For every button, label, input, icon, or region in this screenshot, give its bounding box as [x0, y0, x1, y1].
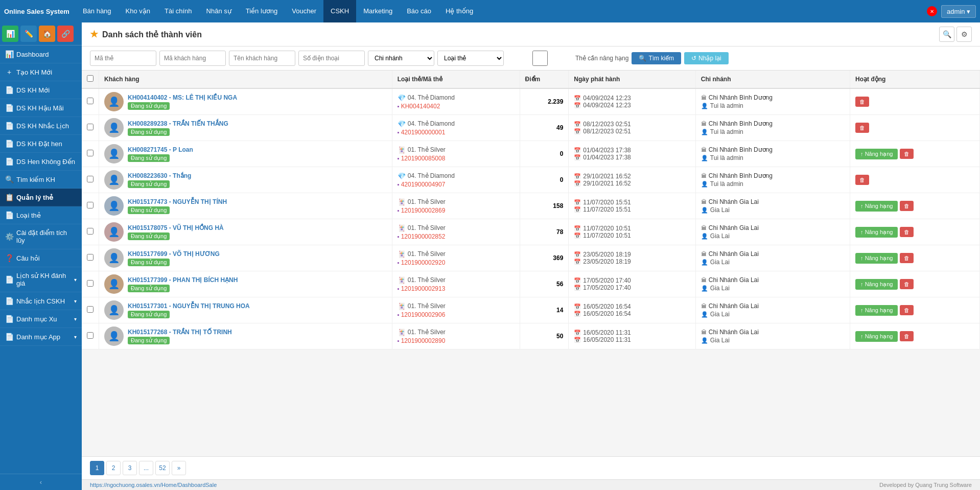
nav-item-nhân-sự[interactable]: Nhân sự — [199, 0, 239, 22]
ma-the-input[interactable] — [90, 51, 156, 66]
nav-item-cskh[interactable]: CSKH — [323, 0, 356, 22]
row-checkbox-cell[interactable] — [82, 323, 99, 349]
sidebar-item-quản-lý-thẻ[interactable]: 📋 Quản lý thẻ — [0, 189, 82, 206]
nav-item-tài-chính[interactable]: Tài chính — [157, 0, 199, 22]
sidebar-item-tìm-kiếm-kh[interactable]: 🔍 Tìm kiếm KH — [0, 171, 82, 189]
upgrade-button[interactable]: ↑ Nâng hạng — [855, 149, 898, 159]
row-checkbox-cell[interactable] — [82, 297, 99, 323]
customer-link[interactable]: KH015177399 - PHAN THỊ BÍCH HẠNH — [128, 276, 238, 284]
sidebar-item-loại-thẻ[interactable]: 📄 Loại thẻ — [0, 206, 82, 224]
sidebar-icon-btn[interactable]: 📊 — [2, 26, 18, 42]
page-button-1[interactable]: 1 — [90, 461, 104, 475]
loai-the-select[interactable]: Loại thẻ — [437, 51, 504, 66]
sidebar-item-danh-mục-app[interactable]: 📄 Danh mục App ▾ — [0, 328, 82, 346]
sidebar-item-tạo-kh-mới[interactable]: + Tạo KH Mới — [0, 63, 82, 81]
select-all-checkbox[interactable] — [87, 75, 94, 82]
sidebar-item-ds-hen-không-đến[interactable]: 📄 DS Hen Không Đến — [0, 153, 82, 171]
delete-button[interactable]: 🗑 — [900, 149, 914, 159]
delete-button[interactable]: 🗑 — [900, 253, 914, 263]
delete-button[interactable]: 🗑 — [855, 175, 869, 185]
row-checkbox[interactable] — [87, 332, 94, 339]
search-button[interactable]: 🔍 Tìm kiếm — [632, 52, 681, 64]
row-checkbox-cell[interactable] — [82, 245, 99, 271]
nang-hang-checkbox[interactable] — [507, 51, 573, 66]
sdt-input[interactable] — [298, 51, 365, 66]
row-checkbox-cell[interactable] — [82, 88, 99, 115]
chi-nhanh-select[interactable]: Chi nhánh — [368, 51, 434, 66]
customer-link[interactable]: KH008223630 - Thắng — [128, 172, 191, 179]
page-button-52[interactable]: 52 — [155, 461, 170, 475]
row-checkbox[interactable] — [87, 306, 94, 313]
delete-button[interactable]: 🗑 — [900, 305, 914, 315]
page-button-2[interactable]: 2 — [106, 461, 121, 475]
customer-link[interactable]: KH015177268 - TRẦN THỊ TỐ TRINH — [128, 329, 232, 336]
row-checkbox[interactable] — [87, 150, 94, 156]
upgrade-button[interactable]: ↑ Nâng hạng — [855, 331, 898, 342]
upgrade-button[interactable]: ↑ Nâng hạng — [855, 253, 898, 264]
page-button-3[interactable]: 3 — [123, 461, 137, 475]
admin-name: Gia Lai — [710, 259, 730, 266]
row-checkbox-cell[interactable] — [82, 219, 99, 245]
ma-kh-input[interactable] — [159, 51, 226, 66]
sidebar-collapse-btn[interactable]: ‹ — [0, 474, 82, 490]
nav-item-báo-cáo[interactable]: Báo cáo — [400, 0, 438, 22]
customer-link[interactable]: KH015177473 - NGUYỄN THỊ TÍNH — [128, 198, 227, 205]
sidebar-item-câu-hỏi[interactable]: ❓ Câu hỏi — [0, 249, 82, 267]
customer-link[interactable]: KH004140402 - MS: LÊ THỊ KIỀU NGA — [128, 94, 237, 101]
row-checkbox-cell[interactable] — [82, 167, 99, 193]
notification-icon[interactable]: ✕ — [927, 6, 937, 16]
row-checkbox-cell[interactable] — [82, 193, 99, 219]
nav-item-hệ-thống[interactable]: Hệ thống — [438, 0, 480, 22]
row-checkbox[interactable] — [87, 124, 94, 130]
settings-header-button[interactable]: ⚙ — [956, 27, 972, 42]
sidebar-icon-btn[interactable]: 🏠 — [39, 26, 55, 42]
sidebar-icon-btn[interactable]: 🔗 — [57, 26, 74, 42]
delete-button[interactable]: 🗑 — [900, 279, 914, 289]
sidebar-item-lịch-sử-kh-đánh-giá[interactable]: 📄 Lịch sử KH đánh giá ▾ — [0, 267, 82, 292]
customer-link[interactable]: KH008271745 - P Loan — [128, 146, 193, 153]
row-checkbox[interactable] — [87, 202, 94, 208]
search-header-button[interactable]: 🔍 — [939, 27, 954, 42]
row-checkbox[interactable] — [87, 228, 94, 235]
customer-link[interactable]: KH008289238 - TRẦN TIẾN THẮNG — [128, 120, 228, 127]
sidebar-item-ds-kh-mới[interactable]: 📄 DS KH Mới — [0, 81, 82, 99]
upgrade-button[interactable]: ↑ Nâng hạng — [855, 305, 898, 316]
row-checkbox[interactable] — [87, 280, 94, 287]
customer-link[interactable]: KH015178075 - VŨ THỊ HỒNG HÀ — [128, 224, 224, 231]
sidebar-item-ds-kh-đặt-hen[interactable]: 📄 DS KH Đặt hen — [0, 135, 82, 153]
delete-button[interactable]: 🗑 — [855, 97, 869, 107]
row-checkbox-cell[interactable] — [82, 115, 99, 141]
nav-item-marketing[interactable]: Marketing — [356, 0, 400, 22]
row-checkbox-cell[interactable] — [82, 271, 99, 297]
nav-item-voucher[interactable]: Voucher — [285, 0, 323, 22]
row-checkbox[interactable] — [87, 176, 94, 182]
sidebar-item-danh-mục-xu[interactable]: 📄 Danh mục Xu ▾ — [0, 310, 82, 328]
delete-button[interactable]: 🗑 — [900, 201, 914, 211]
upgrade-button[interactable]: ↑ Nâng hạng — [855, 279, 898, 290]
sidebar-item-dashboard[interactable]: 📊 Dashboard — [0, 45, 82, 63]
ten-kh-input[interactable] — [229, 51, 295, 66]
row-checkbox[interactable] — [87, 98, 94, 104]
delete-button[interactable]: 🗑 — [900, 227, 914, 237]
upgrade-button[interactable]: ↑ Nâng hạng — [855, 227, 898, 238]
row-checkbox[interactable] — [87, 254, 94, 261]
sidebar-item-ds-kh-nhắc-lịch[interactable]: 📄 DS KH Nhắc Lịch — [0, 117, 82, 135]
nav-item-kho-vận[interactable]: Kho vận — [119, 0, 157, 22]
delete-button[interactable]: 🗑 — [900, 331, 914, 341]
pagination-next-button[interactable]: » — [172, 461, 186, 475]
sidebar-icon-btn[interactable]: ✏️ — [20, 26, 37, 42]
sidebar-item-nhắc-lịch-cskh[interactable]: 📄 Nhắc lịch CSKH ▾ — [0, 292, 82, 310]
nav-item-bán-hàng[interactable]: Bán hàng — [76, 0, 119, 22]
refresh-button[interactable]: ↺ Nhập lại — [684, 52, 729, 64]
user-menu-button[interactable]: admin ▾ — [941, 5, 976, 18]
customer-link[interactable]: KH015177699 - VÕ THỊ HƯƠNG — [128, 250, 220, 258]
sidebar-item-cài-đặt-điểm-tích-lũy[interactable]: ⚙️ Cài đặt điểm tích lũy — [0, 224, 82, 249]
customer-link[interactable]: KH015177301 - NGUYỄN THỊ TRUNG HOA — [128, 302, 250, 310]
nav-item-tiền-lương[interactable]: Tiền lương — [239, 0, 285, 22]
upgrade-button[interactable]: ↑ Nâng hạng — [855, 201, 898, 212]
sidebar-item-ds-kh-hậu-mãi[interactable]: 📄 DS KH Hậu Mãi — [0, 99, 82, 117]
page-button-...[interactable]: ... — [139, 461, 153, 475]
row-checkbox-cell[interactable] — [82, 141, 99, 167]
delete-button[interactable]: 🗑 — [855, 123, 869, 133]
nang-hang-checkbox-label[interactable]: Thẻ cần nâng hạng — [507, 51, 628, 66]
